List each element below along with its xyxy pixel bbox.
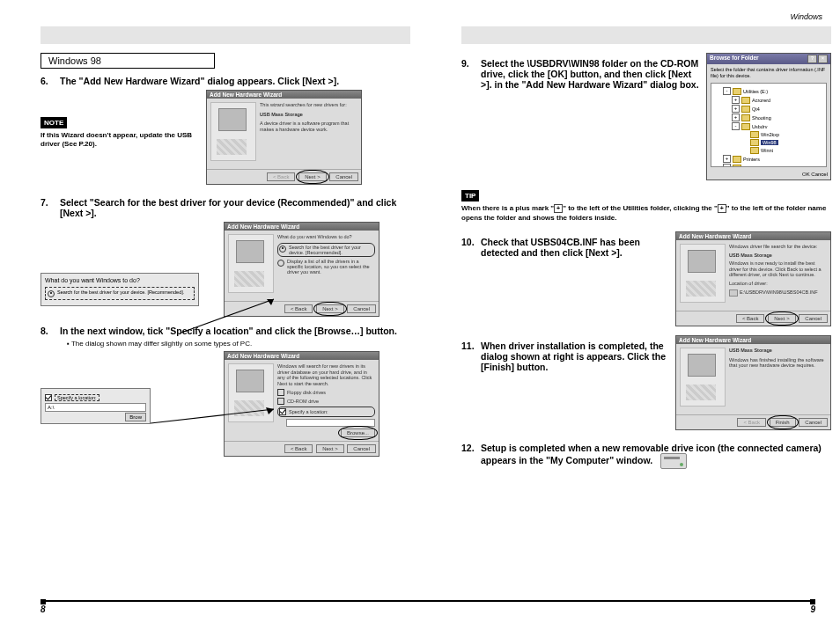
expand-icon[interactable]: +: [723, 164, 731, 167]
expand-icon[interactable]: +: [732, 105, 740, 113]
tree-item[interactable]: +Shooting: [714, 114, 823, 121]
page-number-left: 8: [41, 604, 46, 614]
arrow-icon: [151, 406, 283, 432]
back-button[interactable]: < Back: [284, 444, 313, 453]
checkbox-label: CD-ROM drive: [287, 399, 319, 404]
cancel-button[interactable]: Cancel: [329, 172, 358, 181]
tip-badge: TIP: [461, 190, 479, 201]
browse-button[interactable]: Brow: [125, 413, 146, 421]
tree-item[interactable]: Win98: [714, 139, 823, 146]
tree-item[interactable]: +Control Panel: [714, 164, 823, 167]
folder-icon: [741, 106, 750, 113]
tree-item-label: Acrorerd: [752, 98, 770, 103]
note-badge: NOTE: [41, 117, 67, 128]
expand-icon[interactable]: -: [723, 87, 731, 95]
window-buttons[interactable]: ?×: [807, 55, 828, 63]
step-7: 7. Select "Search for the best driver fo…: [41, 197, 410, 218]
wizard-text: Windows is now ready to install the best…: [729, 260, 827, 278]
checkbox-icon[interactable]: [277, 398, 284, 405]
tree-item-label: Printers: [743, 157, 760, 162]
next-button[interactable]: Next >: [316, 444, 344, 453]
folder-icon: [750, 139, 759, 146]
section-title-box: Windows 98: [41, 53, 215, 69]
back-button[interactable]: < Back: [737, 418, 766, 427]
step-text: Select the \USBDRV\WIN98 folder on the C…: [481, 58, 699, 90]
wizard-text: Windows driver file search for the devic…: [729, 244, 827, 250]
ok-button[interactable]: OK: [802, 172, 810, 177]
browse-button[interactable]: Browse...: [341, 429, 375, 437]
wizard-text: A device driver is a software program th…: [260, 121, 357, 132]
file-icon: [729, 289, 738, 297]
finish-button[interactable]: Finish: [770, 418, 796, 427]
step-8-subnote: ▪ The dialog shown may differ slightly o…: [67, 340, 410, 348]
wizard-dialog-step11: Add New Hardware Wizard USB Mass Storage…: [675, 335, 831, 430]
note-text: If this Wizard doesn't appear, update th…: [41, 131, 199, 150]
wizard-text: USB Mass Storage: [729, 348, 827, 354]
step-6: 6. The "Add New Hardware Wizard" dialog …: [41, 76, 410, 86]
path-input[interactable]: A:\: [45, 403, 146, 412]
tree-item[interactable]: Winnt: [714, 147, 823, 154]
page-number-right: 9: [810, 604, 815, 614]
wizard-text: Windows will search for new drivers in i…: [277, 363, 375, 386]
cancel-button[interactable]: Cancel: [347, 444, 376, 453]
expand-icon[interactable]: +: [732, 96, 740, 104]
checkbox-icon[interactable]: [277, 389, 284, 396]
step-12: 12. Setup is completed when a new remova…: [461, 443, 831, 469]
checkbox-label: Specify a location:: [289, 409, 328, 414]
radio-icon[interactable]: [277, 260, 284, 267]
folder-icon: [750, 147, 759, 154]
folder-icon: [733, 156, 741, 163]
wizard-titlebar: Add New Hardware Wizard: [225, 223, 379, 231]
browse-instruction: Select the folder that contains driver i…: [707, 64, 830, 81]
removable-drive-icon: [660, 453, 687, 469]
wizard-dialog-step8: Add New Hardware Wizard Windows will sea…: [224, 351, 379, 457]
radio-icon[interactable]: [48, 290, 55, 297]
back-button[interactable]: < Back: [736, 314, 765, 323]
step-num: 12.: [461, 443, 481, 469]
next-button[interactable]: Next >: [316, 304, 344, 313]
folder-icon: [733, 88, 741, 95]
wizard-titlebar: Add New Hardware Wizard: [207, 91, 361, 99]
wizard-text: USB Mass Storage: [729, 253, 827, 259]
tree-item[interactable]: -Usbdrv: [714, 122, 823, 130]
expand-icon[interactable]: +: [723, 155, 731, 163]
zoom-callout-step7: What do you want Windows to do? Search f…: [41, 273, 199, 306]
header-section: Windows: [791, 12, 822, 21]
tree-item[interactable]: +Acrorerd: [714, 96, 823, 104]
checkbox-icon[interactable]: [45, 394, 52, 401]
folder-icon: [741, 123, 750, 130]
folder-icon: [741, 97, 750, 104]
expand-icon[interactable]: -: [732, 122, 740, 130]
back-button[interactable]: < Back: [284, 304, 313, 313]
next-button[interactable]: Next >: [298, 172, 327, 181]
left-page: Windows 98 6. The "Add New Hardware Wiza…: [41, 26, 410, 457]
wizard-text: E:\USBDRV\WIN98\USBS04CB.INF: [740, 289, 818, 296]
folder-tree[interactable]: -Utilities (E:)+Acrorerd+Qt4+Shooting-Us…: [711, 83, 827, 167]
wizard-dialog-step6: Add New Hardware Wizard This wizard sear…: [206, 90, 362, 185]
wizard-titlebar: Add New Hardware Wizard: [676, 336, 830, 344]
wizard-titlebar: Add New Hardware Wizard: [225, 352, 379, 360]
cancel-button[interactable]: Cancel: [799, 418, 828, 427]
wizard-dialog-step10: Add New Hardware Wizard Windows driver f…: [675, 231, 831, 326]
wizard-art-icon: [210, 102, 256, 161]
callout-prompt: What do you want Windows to do?: [45, 277, 195, 283]
cancel-button[interactable]: Cancel: [811, 172, 828, 177]
folder-icon: [741, 114, 750, 121]
tree-item[interactable]: +Qt4: [714, 105, 823, 113]
tree-item[interactable]: Win2kxp: [714, 131, 823, 138]
wizard-text: Location of driver:: [729, 281, 827, 287]
tree-item[interactable]: -Utilities (E:): [714, 87, 823, 95]
wizard-titlebar: Add New Hardware Wizard: [676, 232, 830, 240]
back-button[interactable]: < Back: [267, 172, 296, 181]
expand-icon[interactable]: +: [732, 114, 740, 121]
wizard-text: Windows has finished installing the soft…: [729, 357, 827, 369]
radio-icon[interactable]: [279, 245, 286, 253]
tree-item-label: Usbdrv: [752, 124, 767, 129]
step-text: When driver installation is completed, t…: [481, 341, 668, 372]
tree-item[interactable]: +Printers: [714, 155, 823, 163]
browse-folder-dialog: Browse for Folder ?× Select the folder t…: [706, 53, 831, 180]
tree-item-label: Win2kxp: [761, 132, 779, 137]
next-button[interactable]: Next >: [768, 314, 796, 323]
cancel-button[interactable]: Cancel: [799, 314, 828, 323]
cancel-button[interactable]: Cancel: [347, 304, 376, 313]
